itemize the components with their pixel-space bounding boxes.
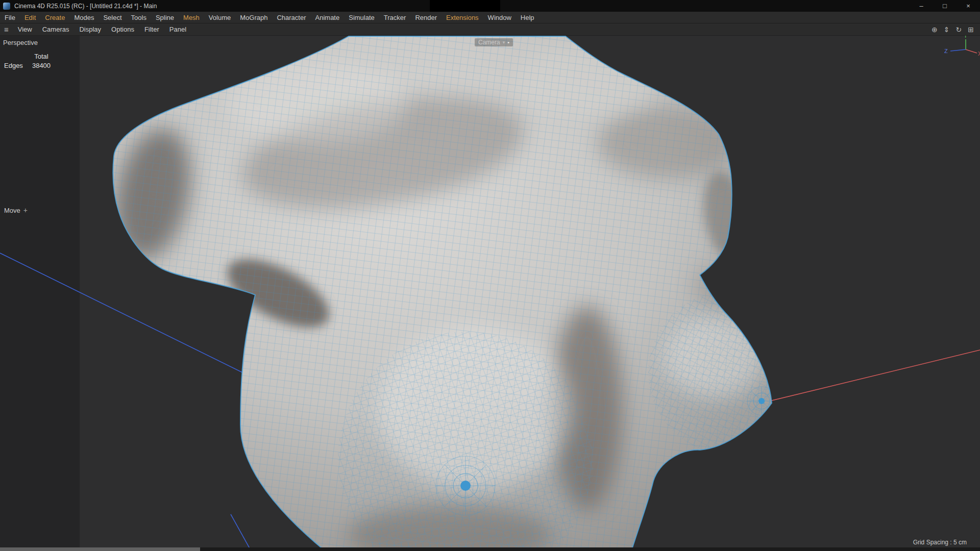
viewport-menu-view[interactable]: View <box>13 26 37 33</box>
viewport-menu-cameras[interactable]: Cameras <box>37 26 75 33</box>
menu-item-simulate[interactable]: Simulate <box>344 14 379 21</box>
maximize-button[interactable]: □ <box>933 0 957 12</box>
active-tool-label: Move + <box>4 206 28 214</box>
window-controls: – □ × <box>910 0 980 12</box>
menu-item-edit[interactable]: Edit <box>20 14 40 21</box>
menu-bar: File Edit Create Modes Select Tools Spli… <box>0 12 980 23</box>
gizmo-x-axis <box>966 49 977 53</box>
menu-item-tools[interactable]: Tools <box>127 14 151 21</box>
grid-spacing-label: Grid Spacing : 5 cm <box>913 539 967 546</box>
minimize-button[interactable]: – <box>910 0 933 12</box>
viewport-menu-panel[interactable]: Panel <box>164 26 191 33</box>
pan-icon[interactable]: ⊕ <box>932 26 938 34</box>
axis-gizmo: Y X Z <box>944 36 980 57</box>
menu-item-spline[interactable]: Spline <box>151 14 179 21</box>
view-mode-label[interactable]: Perspective <box>3 39 38 46</box>
menu-item-help[interactable]: Help <box>516 14 539 21</box>
gizmo-y-label: Y <box>964 36 968 39</box>
left-breast-pole <box>436 456 495 515</box>
camera-label[interactable]: Camera ▾ • <box>475 38 513 46</box>
viewport[interactable]: Y X Z Perspective Total Edges 38400 Move… <box>0 36 980 551</box>
menu-item-file[interactable]: File <box>0 14 20 21</box>
zoom-icon[interactable]: ⇕ <box>944 26 950 34</box>
camera-dot-icon: • <box>507 39 509 45</box>
horizontal-scrollbar-thumb[interactable] <box>0 547 200 551</box>
menu-item-select[interactable]: Select <box>99 14 126 21</box>
menu-item-render[interactable]: Render <box>410 14 442 21</box>
close-button[interactable]: × <box>957 0 980 12</box>
menu-item-mesh[interactable]: Mesh <box>179 14 204 21</box>
window-title: Cinema 4D R25.015 (RC) - [Untitled 21.c4… <box>14 3 157 10</box>
viewport-menu-options[interactable]: Options <box>106 26 139 33</box>
stats-edges-label: Edges <box>4 61 27 70</box>
move-tool-icon: + <box>23 206 28 214</box>
menu-item-volume[interactable]: Volume <box>204 14 235 21</box>
menu-item-window[interactable]: Window <box>483 14 516 21</box>
gizmo-z-label: Z <box>944 48 948 54</box>
rotate-icon[interactable]: ↻ <box>956 26 962 34</box>
viewport-menu-filter[interactable]: Filter <box>139 26 164 33</box>
stats-header: Total <box>27 52 56 61</box>
menu-item-create[interactable]: Create <box>40 14 69 21</box>
menu-item-character[interactable]: Character <box>272 14 310 21</box>
gizmo-x-label: X <box>978 51 980 57</box>
viewport-canvas[interactable]: Y X Z <box>0 36 980 551</box>
menu-item-extensions[interactable]: Extensions <box>442 14 483 21</box>
viewport-stats: Total Edges 38400 <box>4 52 56 70</box>
menu-item-animate[interactable]: Animate <box>311 14 345 21</box>
horizontal-scrollbar[interactable] <box>0 547 980 551</box>
menu-item-tracker[interactable]: Tracker <box>379 14 411 21</box>
viewport-toolbar: ≡ View Cameras Display Options Filter Pa… <box>0 23 980 36</box>
app-icon <box>3 3 10 10</box>
active-tool-text: Move <box>4 207 20 214</box>
x-axis-line <box>766 350 980 402</box>
z-axis-line-lower <box>231 514 251 551</box>
viewport-nav-tools: ⊕ ⇕ ↻ ⊞ <box>932 26 980 34</box>
viewport-menu-display[interactable]: Display <box>74 26 106 33</box>
title-bar: Cinema 4D R25.015 (RC) - [Untitled 21.c4… <box>0 0 980 12</box>
layout-toggle-icon[interactable]: ⊞ <box>968 26 974 34</box>
titlebar-dark-patch <box>430 0 500 12</box>
hamburger-icon[interactable]: ≡ <box>0 25 13 34</box>
gizmo-z-axis <box>950 49 966 51</box>
menu-item-modes[interactable]: Modes <box>69 14 99 21</box>
wireframe-overlay <box>113 36 812 551</box>
camera-dropdown-icon[interactable]: ▾ <box>503 40 505 45</box>
stats-edges-value: 38400 <box>27 61 56 70</box>
menu-item-mograph[interactable]: MoGraph <box>235 14 272 21</box>
camera-label-text: Camera <box>478 39 500 46</box>
